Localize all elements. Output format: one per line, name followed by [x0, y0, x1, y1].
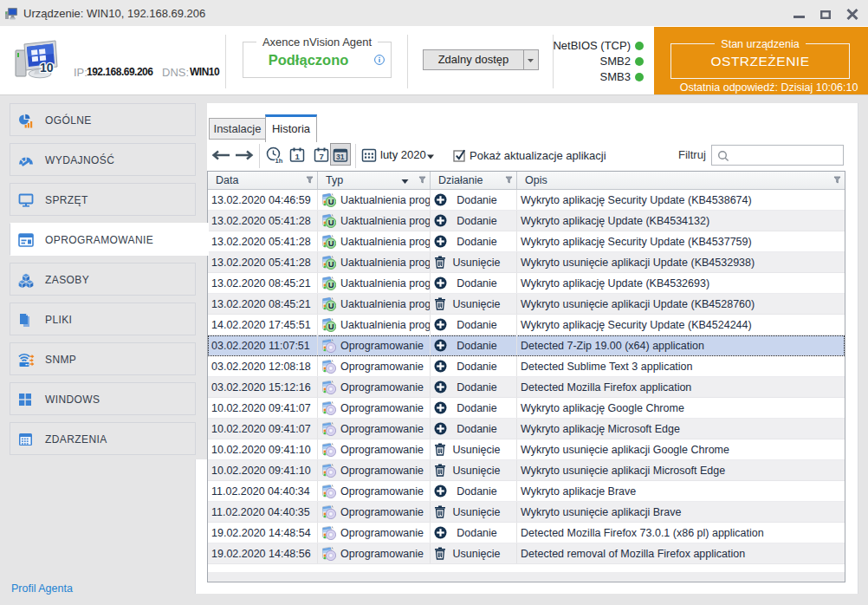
svg-text:7: 7: [320, 152, 324, 161]
svg-text:1: 1: [295, 152, 301, 161]
svg-text:1h: 1h: [275, 157, 283, 165]
svg-text:31: 31: [336, 153, 345, 161]
svg-text:U: U: [328, 259, 334, 269]
svg-text:U: U: [328, 218, 334, 227]
svg-text:U: U: [328, 280, 334, 289]
svg-text:U: U: [328, 197, 334, 206]
svg-text:U: U: [328, 322, 334, 331]
svg-text:U: U: [328, 301, 334, 310]
svg-text:U: U: [328, 238, 334, 248]
